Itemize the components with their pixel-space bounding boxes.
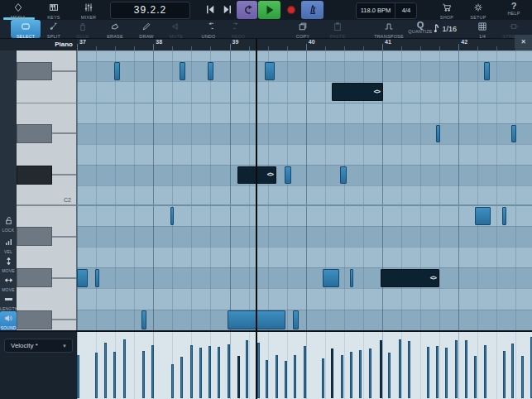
sidebar-button-sound-sound[interactable]: SOUND xyxy=(0,311,17,330)
midi-note[interactable] xyxy=(265,62,275,80)
piano-key-Fs1[interactable] xyxy=(17,310,52,330)
velocity-bar[interactable] xyxy=(113,352,116,398)
velocity-bar[interactable] xyxy=(359,350,362,398)
velocity-bar[interactable] xyxy=(199,348,202,398)
grid-row-As1[interactable] xyxy=(77,226,532,247)
velocity-bar[interactable] xyxy=(294,355,296,398)
midi-note[interactable] xyxy=(285,166,291,185)
grid-row-E2[interactable] xyxy=(77,103,532,124)
grid-row-G2[interactable] xyxy=(77,50,532,61)
velocity-bar[interactable] xyxy=(427,347,429,398)
velocity-bar[interactable] xyxy=(246,340,248,398)
close-editor-button[interactable]: ✕ xyxy=(515,35,532,50)
timeline-ruler[interactable]: 373839404142 xyxy=(77,38,532,50)
tool-14[interactable]: 1/4 xyxy=(467,20,497,38)
tool-transpose[interactable]: TRANSPOSE xyxy=(374,20,404,38)
sidebar-button-vel-vel[interactable]: VEL xyxy=(0,235,17,253)
midi-note[interactable] xyxy=(484,62,490,80)
topbar-item-setup[interactable]: SETUP xyxy=(460,1,496,19)
velocity-bar[interactable] xyxy=(465,340,467,398)
velocity-bar[interactable] xyxy=(123,339,126,398)
velocity-bar[interactable] xyxy=(171,364,174,398)
velocity-bar[interactable] xyxy=(521,356,524,398)
tool-copy[interactable]: COPY xyxy=(288,20,318,38)
midi-note[interactable] xyxy=(323,269,339,287)
record-button[interactable] xyxy=(287,6,295,14)
midi-note[interactable] xyxy=(170,207,174,225)
velocity-bar[interactable] xyxy=(322,358,324,398)
midi-note[interactable] xyxy=(502,207,506,225)
velocity-bar[interactable] xyxy=(445,348,448,398)
tab-keys[interactable]: KEYS xyxy=(36,1,72,19)
velocity-bar[interactable] xyxy=(511,344,514,398)
velocity-bar[interactable] xyxy=(474,356,477,398)
grid-row-Cs2[interactable] xyxy=(77,165,532,185)
velocity-bar[interactable] xyxy=(218,347,220,398)
tempo-display[interactable]: 118.0 BPM 4/4 xyxy=(356,2,417,19)
midi-note[interactable] xyxy=(350,269,353,287)
piano-key-Ds2[interactable] xyxy=(17,124,52,143)
piano-key-Cs2[interactable] xyxy=(17,166,52,185)
note-resize-handle[interactable]: <> xyxy=(267,171,273,178)
tool-quantize[interactable]: QQUANTIZE xyxy=(405,20,435,38)
velocity-bar[interactable] xyxy=(436,346,439,398)
grid-row-G1[interactable] xyxy=(77,288,532,310)
velocity-bar[interactable] xyxy=(484,345,486,398)
velocity-bar[interactable] xyxy=(341,355,343,398)
velocity-bar[interactable] xyxy=(503,351,506,398)
tool-select[interactable]: SELECT xyxy=(11,20,41,38)
tab-mixer[interactable]: MIXER xyxy=(70,1,107,19)
velocity-bar[interactable] xyxy=(388,353,391,398)
grid-row-B1[interactable] xyxy=(77,205,532,226)
bpm-value[interactable]: 118.0 BPM xyxy=(357,3,395,18)
velocity-bar[interactable] xyxy=(331,349,333,398)
midi-note[interactable] xyxy=(180,62,185,80)
midi-note[interactable] xyxy=(293,310,299,329)
velocity-bar[interactable] xyxy=(77,355,79,398)
velocity-bar[interactable] xyxy=(369,349,371,398)
velocity-bar[interactable] xyxy=(455,340,458,398)
velocity-bar[interactable] xyxy=(104,343,107,398)
velocity-bar[interactable] xyxy=(151,345,154,398)
velocity-bar[interactable] xyxy=(285,361,287,398)
sidebar-button-move-moveh[interactable]: MOVE xyxy=(0,273,17,291)
velocity-bar[interactable] xyxy=(228,344,230,398)
velocity-bar[interactable] xyxy=(95,353,98,398)
grid-row-D2[interactable] xyxy=(77,144,532,166)
tool-undo[interactable]: UNDO xyxy=(194,20,223,38)
velocity-bar[interactable] xyxy=(266,360,268,398)
tool-draw[interactable]: DRAW xyxy=(132,20,161,38)
grid-row-Fs2[interactable] xyxy=(77,61,532,82)
midi-note[interactable] xyxy=(114,62,120,80)
go-to-start-button[interactable] xyxy=(204,3,218,17)
grid-row-Gs1[interactable] xyxy=(77,267,532,288)
time-signature-value[interactable]: 4/4 xyxy=(396,3,416,18)
midi-note[interactable] xyxy=(77,269,88,287)
velocity-bar[interactable] xyxy=(237,356,240,398)
velocity-bar[interactable] xyxy=(399,339,401,398)
note-grid[interactable]: <><><> xyxy=(77,50,532,330)
midi-note-selected[interactable]: <> xyxy=(332,83,383,102)
metronome-button[interactable] xyxy=(301,1,324,19)
quantize-value[interactable]: 1/16 xyxy=(434,23,457,33)
note-resize-handle[interactable]: <> xyxy=(430,274,436,281)
velocity-bar[interactable] xyxy=(180,357,183,398)
midi-note-selected[interactable]: <> xyxy=(381,269,439,287)
velocity-bar[interactable] xyxy=(142,351,145,398)
velocity-lane[interactable] xyxy=(77,330,532,399)
tool-erase[interactable]: ERASE xyxy=(100,20,130,38)
sidebar-button-length-length[interactable]: LENGTH xyxy=(0,292,17,310)
piano-key-As1[interactable] xyxy=(17,227,52,246)
playhead[interactable] xyxy=(256,38,257,399)
velocity-bar[interactable] xyxy=(350,352,352,398)
velocity-bar[interactable] xyxy=(380,340,382,398)
tool-split[interactable]: SPLIT xyxy=(39,20,69,38)
velocity-bar[interactable] xyxy=(304,346,306,398)
midi-note[interactable] xyxy=(95,269,99,287)
grid-row-A1[interactable] xyxy=(77,247,532,267)
midi-note[interactable] xyxy=(436,125,440,143)
grid-row-Ds2[interactable] xyxy=(77,123,532,144)
midi-note[interactable] xyxy=(340,166,347,185)
sidebar-button-move-movev[interactable]: MOVE xyxy=(0,254,17,272)
midi-note[interactable] xyxy=(511,125,516,143)
